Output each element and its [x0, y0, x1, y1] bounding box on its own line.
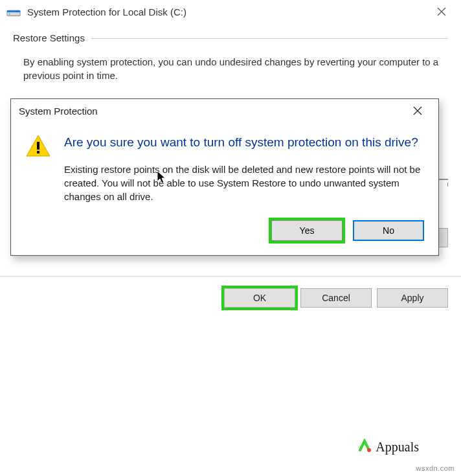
drive-icon	[6, 6, 21, 17]
confirm-heading: Are you sure you want to turn off system…	[64, 134, 424, 151]
restore-settings-label: Restore Settings	[13, 32, 85, 43]
dialog-button-row: OK Cancel Apply	[0, 276, 461, 319]
svg-point-2	[9, 14, 10, 15]
close-icon[interactable]	[405, 99, 431, 122]
confirm-titlebar: System Protection	[11, 99, 438, 122]
warning-icon	[25, 134, 51, 203]
svg-rect-9	[37, 151, 39, 153]
watermark-logo: Appuals	[356, 438, 419, 455]
apply-button[interactable]: Apply	[377, 288, 448, 308]
confirm-title: System Protection	[19, 106, 405, 117]
yes-button[interactable]: Yes	[271, 220, 343, 241]
cancel-button[interactable]: Cancel	[300, 288, 372, 308]
restore-description: By enabling system protection, you can u…	[23, 55, 443, 82]
watermark: Appuals	[356, 438, 419, 458]
confirm-dialog: System Protection Are you sure you want …	[10, 98, 439, 256]
svg-rect-8	[37, 142, 39, 150]
titlebar: System Protection for Local Disk (C:)	[0, 0, 461, 23]
group-divider	[91, 38, 448, 39]
confirm-button-row: Yes No	[11, 209, 438, 255]
confirm-text: Are you sure you want to turn off system…	[64, 134, 424, 203]
watermark-url: wsxdn.com	[416, 464, 455, 472]
no-button[interactable]: No	[353, 220, 424, 241]
close-icon[interactable]	[429, 0, 455, 23]
restore-settings-group-label: Restore Settings	[13, 32, 448, 43]
svg-point-11	[367, 448, 371, 452]
watermark-brand: Appuals	[376, 440, 419, 455]
confirm-body: Are you sure you want to turn off system…	[11, 122, 438, 209]
svg-rect-1	[7, 10, 20, 12]
ok-button[interactable]: OK	[224, 288, 295, 308]
confirm-description: Existing restore points on the disk will…	[64, 163, 424, 203]
window-title: System Protection for Local Disk (C:)	[27, 6, 429, 17]
